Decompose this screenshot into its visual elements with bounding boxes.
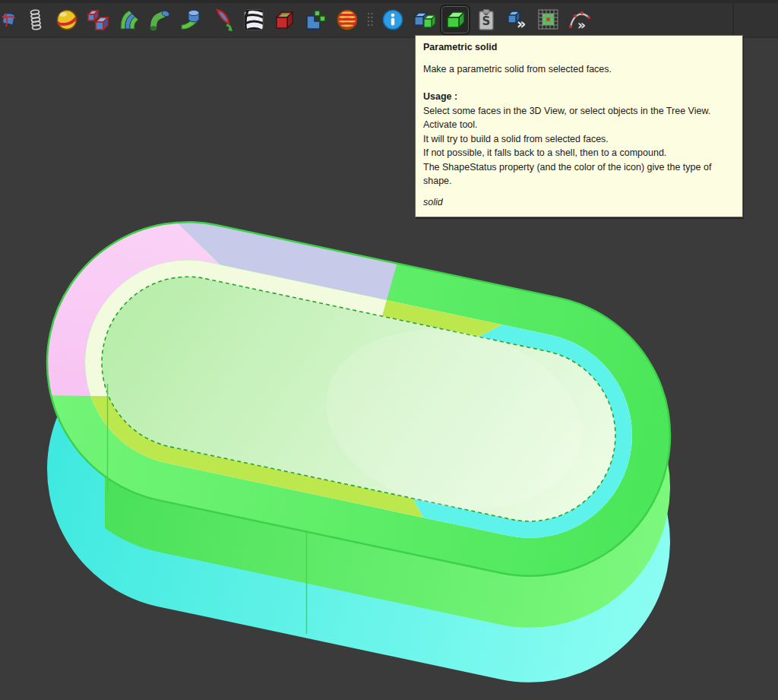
reflect-lines-icon xyxy=(210,8,235,32)
parametric-solid-icon xyxy=(443,8,467,32)
tool-paste-svg-clipboard[interactable]: Š xyxy=(473,6,500,33)
lattice-grid-icon xyxy=(536,8,561,32)
tool-info[interactable] xyxy=(379,6,406,33)
tool-sphere-red-stripe[interactable] xyxy=(53,6,81,33)
shape-blocks-icon xyxy=(304,8,328,32)
tool-multiply-objects[interactable] xyxy=(84,6,112,33)
tool-pipeshell-profile[interactable] xyxy=(147,6,174,33)
shape-info-cubes-icon xyxy=(412,8,436,32)
tooltip-usage-line: It will try to build a solid from select… xyxy=(423,132,735,147)
pipeshell-fan-icon xyxy=(117,8,141,32)
isocurves-sphere-icon xyxy=(335,8,359,32)
tool-sketch-on-surface[interactable] xyxy=(0,6,17,33)
spring-helix-icon xyxy=(24,8,48,32)
tool-sweep-surface[interactable] xyxy=(178,6,205,33)
tool-pipeshell-fan[interactable] xyxy=(115,6,143,33)
info-icon xyxy=(381,8,405,32)
paste-svg-clipboard-icon: Š xyxy=(474,8,498,32)
tool-object-to-console[interactable]: » xyxy=(504,6,531,33)
object-to-console-icon: » xyxy=(505,8,530,32)
sphere-red-stripe-icon xyxy=(55,8,79,32)
tooltip-usage-line: Select some faces in the 3D View, or sel… xyxy=(423,104,735,119)
toolbar-separator-handle xyxy=(365,8,375,31)
pipeshell-profile-icon xyxy=(148,8,172,32)
tooltip-usage-heading: Usage : xyxy=(423,90,735,104)
tool-parametric-solid[interactable] xyxy=(441,6,469,33)
tool-curve-to-console[interactable]: » xyxy=(566,6,593,33)
tool-zebra-analysis[interactable] xyxy=(240,6,267,33)
tooltip-parametric-solid: Parametric solid Make a parametric solid… xyxy=(415,35,743,217)
tool-isocurves-sphere[interactable] xyxy=(334,6,361,33)
tool-shape-info-cubes[interactable] xyxy=(410,6,438,33)
tool-lattice-grid[interactable] xyxy=(535,6,562,33)
toolbar: Š » xyxy=(0,0,778,38)
curve-to-console-icon: » xyxy=(568,8,592,32)
tooltip-intro: Make a parametric solid from selected fa… xyxy=(423,62,735,77)
tool-compound-cube[interactable] xyxy=(271,6,299,33)
svg-text:»: » xyxy=(517,15,526,32)
tooltip-usage-line: If not possible, it falls back to a shel… xyxy=(423,146,735,160)
tooltip-title: Parametric solid xyxy=(423,40,735,55)
compound-cube-icon xyxy=(273,8,297,32)
app-window: Š » xyxy=(0,0,778,700)
tool-reflect-lines[interactable] xyxy=(209,6,236,33)
sweep-surface-icon xyxy=(179,8,204,32)
multiply-objects-icon xyxy=(86,8,110,32)
sketch-on-surface-icon xyxy=(1,8,16,32)
tooltip-usage-line: Activate tool. xyxy=(423,118,735,132)
svg-text:Š: Š xyxy=(482,14,491,28)
tool-spring-helix[interactable] xyxy=(22,6,49,33)
zebra-analysis-icon xyxy=(242,8,266,32)
tooltip-usage-line: The ShapeStatus property (and the color … xyxy=(423,160,735,188)
tooltip-shape-status: solid xyxy=(423,195,735,210)
tool-shape-blocks[interactable] xyxy=(302,6,330,33)
svg-text:»: » xyxy=(577,17,586,32)
